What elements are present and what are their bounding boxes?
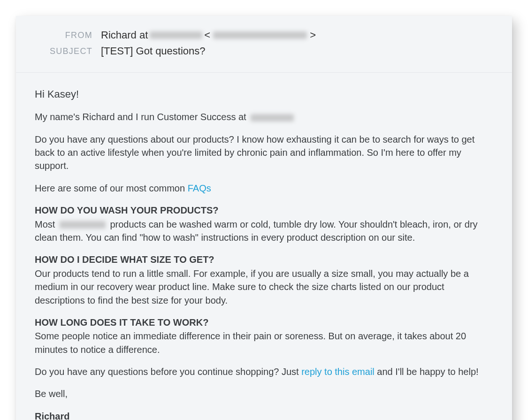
faq-lead-paragraph: Here are some of our most common FAQs [35, 182, 495, 195]
signature-name: Richard [35, 410, 495, 420]
email-card: FROM Richard at < > SUBJECT [TEST] Got q… [16, 16, 512, 420]
cta-suffix: and I'll be happy to help! [375, 367, 479, 377]
redacted-company-intro [251, 114, 294, 122]
faqs-link[interactable]: FAQs [188, 183, 211, 193]
email-body: Hi Kasey! My name's Richard and I run Cu… [16, 73, 512, 420]
faq1-body: Most products can be washed warm or cold… [35, 218, 495, 244]
redacted-sender-email [213, 31, 307, 39]
faq3-body: Some people notice an immediate differen… [35, 329, 495, 356]
cta-prefix: Do you have any questions before you con… [35, 367, 301, 377]
faq-lead-text: Here are some of our most common [35, 183, 188, 193]
greeting: Hi Kasey! [35, 87, 495, 101]
subject-label: SUBJECT [33, 46, 101, 56]
intro-text: My name's Richard and I run Customer Suc… [35, 112, 249, 122]
signoff: Be well, [35, 387, 495, 400]
faq3-heading: HOW LONG DOES IT TAKE TO WORK? [35, 316, 495, 329]
cta-paragraph: Do you have any questions before you con… [35, 365, 495, 378]
from-name: Richard at [101, 29, 148, 41]
subject-row: SUBJECT [TEST] Got questions? [33, 45, 495, 57]
reply-link[interactable]: reply to this email [301, 367, 375, 377]
from-row: FROM Richard at < > [33, 29, 495, 41]
from-value: Richard at < > [101, 29, 316, 41]
redacted-company-faq1 [60, 221, 106, 229]
faq1-prefix: Most [35, 219, 58, 229]
email-header: FROM Richard at < > SUBJECT [TEST] Got q… [16, 16, 512, 73]
questions-paragraph: Do you have any questions about our prod… [35, 133, 495, 173]
from-angle-close: > [310, 29, 316, 41]
from-label: FROM [33, 31, 101, 40]
faq1-heading: HOW DO YOU WASH YOUR PRODUCTS? [35, 204, 495, 217]
redacted-sender-company [150, 31, 202, 39]
faq2-body: Our products tend to run a little small.… [35, 267, 495, 307]
subject-value: [TEST] Got questions? [101, 45, 206, 57]
from-angle-open: < [204, 29, 210, 41]
faq2-heading: HOW DO I DECIDE WHAT SIZE TO GET? [35, 253, 495, 266]
intro-paragraph: My name's Richard and I run Customer Suc… [35, 110, 495, 123]
